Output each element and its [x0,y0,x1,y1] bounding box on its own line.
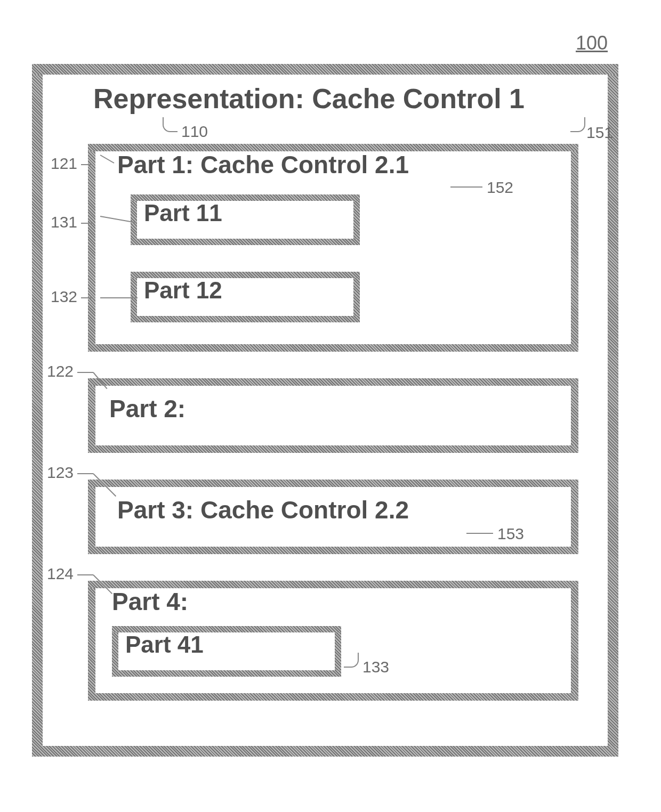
part11-box: Part 11 [131,194,360,245]
leader-132 [81,297,92,298]
part2-title: Part 2: [109,394,186,423]
leader-153 [466,533,493,534]
leader-110 [163,117,178,132]
leader-131 [81,223,92,224]
leader-123 [77,473,93,474]
leader-132b [100,297,138,298]
leader-152 [450,186,482,188]
figure-number: 100 [576,32,608,54]
leader-133 [344,653,359,668]
ref-110: 110 [181,123,208,141]
leader-124 [77,574,93,575]
part2-box: Part 2: [88,378,578,453]
ref-124: 124 [47,565,74,583]
part11-title: Part 11 [144,200,222,226]
part1-title: Part 1: Cache Control 2.1 [117,150,409,179]
part4-title: Part 4: [112,587,188,616]
ref-122: 122 [47,362,74,380]
ref-132: 132 [51,288,77,306]
ref-123: 123 [47,464,74,482]
ref-121: 121 [51,155,77,173]
part1-box: Part 1: Cache Control 2.1 152 Part 11 Pa… [88,144,578,352]
ref-131: 131 [51,213,77,231]
part41-title: Part 41 [125,631,204,658]
representation-box: Representation: Cache Control 1 110 151 … [32,64,618,757]
part3-box: Part 3: Cache Control 2.2 153 [88,480,578,554]
leader-121 [81,164,92,165]
part12-box: Part 12 [131,272,360,322]
representation-title: Representation: Cache Control 1 [93,83,525,115]
part3-title: Part 3: Cache Control 2.2 [117,496,409,524]
ref-151: 151 [586,124,613,142]
part41-box: Part 41 [112,626,341,677]
leader-122 [77,372,93,373]
ref-152: 152 [487,178,513,197]
ref-133: 133 [362,658,389,676]
part4-box: Part 4: Part 41 133 [88,581,578,701]
ref-153: 153 [497,525,524,543]
leader-151 [570,117,585,132]
part12-title: Part 12 [144,277,222,304]
